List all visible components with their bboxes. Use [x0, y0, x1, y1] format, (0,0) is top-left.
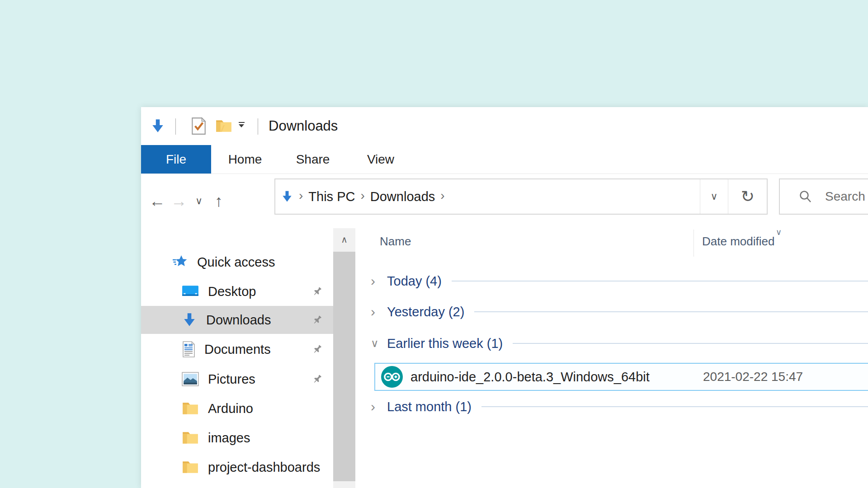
- breadcrumb-chevron-icon: ›: [299, 188, 303, 205]
- column-header-date-modified[interactable]: Date modified: [702, 235, 774, 249]
- downloads-arrow-icon: [150, 118, 165, 134]
- sidebar-item-label: Downloads: [206, 313, 271, 328]
- qat-new-folder-button[interactable]: [214, 107, 233, 145]
- sidebar-item-downloads[interactable]: Downloads: [141, 306, 333, 334]
- address-dropdown-button[interactable]: ∨: [700, 179, 728, 214]
- sidebar-item-images[interactable]: images: [141, 424, 333, 452]
- sidebar-item-quick-access[interactable]: Quick access: [141, 248, 333, 276]
- toolbar-separator: [258, 118, 258, 135]
- pin-icon: [310, 312, 325, 328]
- sidebar-item-desktop[interactable]: Desktop: [141, 277, 333, 305]
- folder-icon: [182, 401, 199, 416]
- sidebar-item-label: Pictures: [208, 372, 255, 387]
- navigation-pane: Quick access Desktop: [141, 228, 333, 488]
- document-icon: [182, 341, 195, 357]
- group-header-earlier-this-week[interactable]: ∨ Earlier this week (1): [371, 333, 868, 354]
- ribbon-tab-strip: File Home Share View: [141, 145, 868, 174]
- refresh-button[interactable]: ↻: [728, 179, 767, 214]
- scrollbar-thumb[interactable]: [333, 252, 355, 481]
- group-header-last-month[interactable]: › Last month (1): [371, 396, 868, 417]
- breadcrumb-downloads[interactable]: Downloads: [370, 189, 435, 204]
- quick-access-star-icon: [172, 254, 188, 270]
- chevron-down-icon[interactable]: ∨: [371, 338, 384, 349]
- pin-icon: [310, 371, 325, 387]
- file-date-modified: 2021-02-22 15:47: [703, 370, 803, 384]
- caret-line: [239, 122, 245, 123]
- file-name: arduino-ide_2.0.0-beta.3_Windows_64bit: [410, 370, 650, 385]
- downloads-arrow-icon: [281, 190, 293, 203]
- sidebar-item-label: Quick access: [197, 255, 275, 270]
- group-header-today[interactable]: › Today (4): [371, 271, 868, 291]
- caret-triangle-icon: [239, 124, 244, 127]
- file-list-pane: Name Date modified ∨ › Today (4) › Yeste…: [355, 228, 868, 488]
- group-label: Yesterday (2): [387, 305, 464, 319]
- checkmark-document-icon: [190, 117, 207, 135]
- forward-button[interactable]: →: [170, 174, 188, 228]
- chevron-right-icon[interactable]: ›: [371, 274, 384, 288]
- group-rule: [481, 406, 868, 407]
- qat-customize-button[interactable]: [237, 122, 246, 127]
- sidebar-item-label: project-dashboards: [208, 460, 320, 475]
- group-label: Earlier this week (1): [387, 336, 503, 351]
- qat-downloads-button[interactable]: [149, 107, 166, 145]
- downloads-arrow-icon: [182, 312, 197, 328]
- folder-icon: [182, 460, 199, 474]
- group-rule: [513, 343, 868, 344]
- desktop-background: Downloads File Home Share View ← → ∨ ↑ ›…: [0, 0, 868, 488]
- column-separator[interactable]: [693, 230, 694, 257]
- qat-properties-button[interactable]: [189, 107, 208, 145]
- back-button[interactable]: ←: [148, 174, 166, 228]
- tab-view[interactable]: View: [347, 145, 415, 174]
- navigation-bar: ← → ∨ ↑ › This PC › Downloads › ∨ ↻: [141, 174, 868, 228]
- up-button[interactable]: ↑: [210, 174, 228, 228]
- pin-icon: [310, 284, 325, 299]
- folder-icon: [182, 431, 199, 445]
- sort-descending-icon: ∨: [776, 228, 782, 237]
- scrollbar-up-icon[interactable]: ∧: [333, 228, 355, 251]
- tab-share[interactable]: Share: [279, 145, 347, 174]
- sidebar-item-arduino[interactable]: Arduino: [141, 394, 333, 422]
- address-bar[interactable]: › This PC › Downloads › ∨ ↻: [274, 178, 768, 215]
- tab-file[interactable]: File: [141, 145, 211, 174]
- column-header-name[interactable]: Name: [380, 235, 411, 249]
- arduino-icon: [381, 366, 403, 388]
- sidebar-item-label: images: [208, 431, 250, 446]
- sidebar-item-label: Desktop: [208, 284, 256, 299]
- folder-icon: [215, 119, 232, 133]
- group-label: Last month (1): [387, 399, 472, 414]
- sidebar-item-pictures[interactable]: Pictures: [141, 365, 333, 393]
- recent-locations-dropdown[interactable]: ∨: [191, 174, 207, 228]
- desktop-icon: [182, 285, 199, 298]
- explorer-window: Downloads File Home Share View ← → ∨ ↑ ›…: [141, 107, 868, 488]
- breadcrumb-this-pc[interactable]: This PC: [308, 189, 355, 204]
- pin-icon: [310, 342, 325, 357]
- sidebar-item-documents[interactable]: Documents: [141, 335, 333, 363]
- sidebar-item-project-dashboards[interactable]: project-dashboards: [141, 453, 333, 481]
- sidebar-item-label: Documents: [204, 342, 271, 357]
- chevron-right-icon[interactable]: ›: [371, 305, 384, 319]
- toolbar-separator: [175, 118, 176, 135]
- group-label: Today (4): [387, 274, 442, 289]
- group-rule: [474, 311, 868, 312]
- group-header-yesterday[interactable]: › Yesterday (2): [371, 301, 868, 322]
- group-rule: [452, 281, 868, 282]
- breadcrumb-chevron-icon: ›: [360, 188, 364, 205]
- search-icon: [798, 189, 812, 204]
- file-row-arduino-ide[interactable]: arduino-ide_2.0.0-beta.3_Windows_64bit 2…: [374, 363, 868, 391]
- title-bar: Downloads: [141, 107, 868, 145]
- tab-home[interactable]: Home: [211, 145, 279, 174]
- chevron-right-icon[interactable]: ›: [371, 400, 384, 413]
- sidebar-scrollbar[interactable]: ∧: [333, 228, 355, 488]
- search-placeholder: Search: [825, 189, 865, 204]
- search-input[interactable]: Search: [779, 178, 868, 215]
- breadcrumb-chevron-icon: ›: [440, 188, 444, 205]
- window-title: Downloads: [269, 107, 338, 145]
- sidebar-item-label: Arduino: [208, 401, 253, 416]
- pictures-icon: [182, 372, 199, 386]
